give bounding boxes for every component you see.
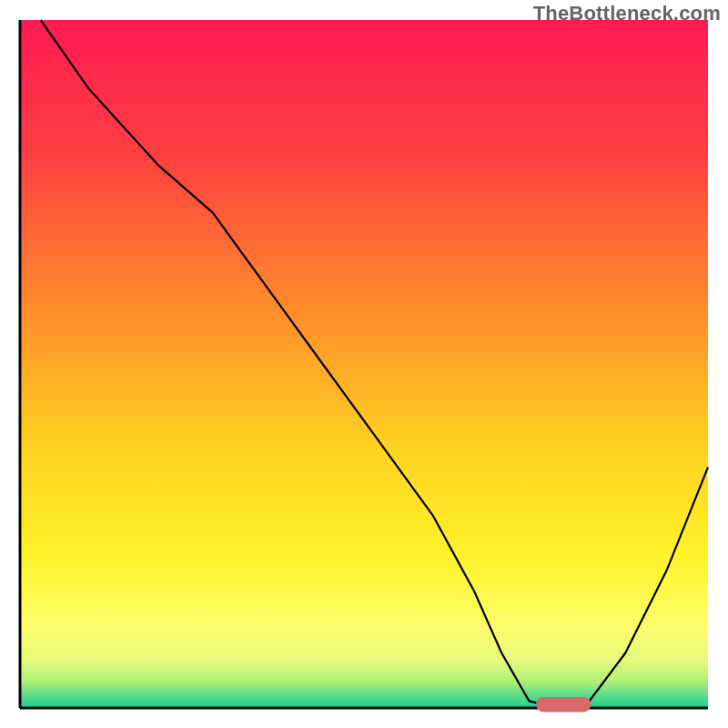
optimal-marker xyxy=(536,697,591,713)
bottleneck-chart xyxy=(0,0,728,728)
chart-container: TheBottleneck.com xyxy=(0,0,728,728)
watermark-text: TheBottleneck.com xyxy=(533,2,721,25)
chart-background xyxy=(20,20,708,708)
